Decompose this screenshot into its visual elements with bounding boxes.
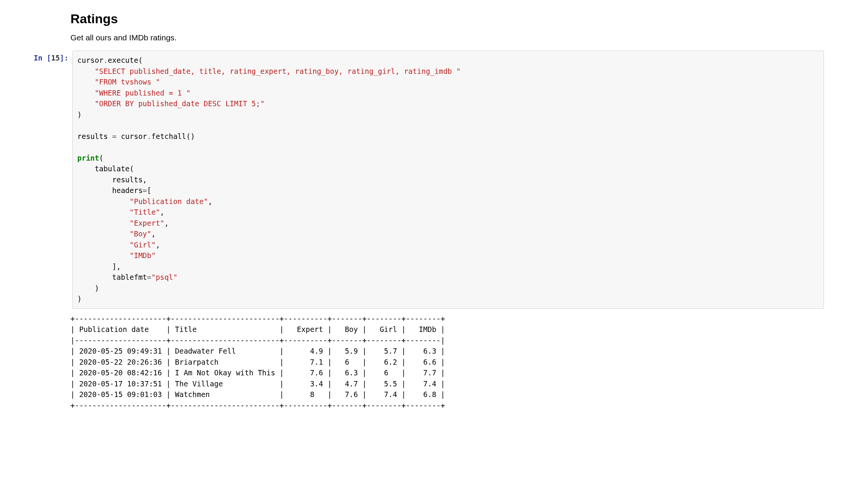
output-text: +---------------------+-----------------… <box>70 313 824 411</box>
code-source: cursor.execute( "SELECT published_date, … <box>77 55 819 305</box>
code-input-area[interactable]: cursor.execute( "SELECT published_date, … <box>72 51 824 309</box>
section-description: Get all ours and IMDb ratings. <box>70 33 824 42</box>
prompt-close-bracket: ]: <box>60 54 69 62</box>
markdown-cell: Ratings Get all ours and IMDb ratings. <box>70 11 824 42</box>
prompt-number: 15 <box>51 54 60 62</box>
notebook: Ratings Get all ours and IMDb ratings. I… <box>0 0 843 426</box>
prompt-in: In <box>34 54 46 62</box>
output-area: +---------------------+-----------------… <box>70 313 824 411</box>
section-heading: Ratings <box>70 11 824 26</box>
input-prompt: In [15]: <box>8 51 72 62</box>
prompt-open-bracket: [ <box>47 54 51 62</box>
code-cell: In [15]: cursor.execute( "SELECT publish… <box>8 51 824 309</box>
